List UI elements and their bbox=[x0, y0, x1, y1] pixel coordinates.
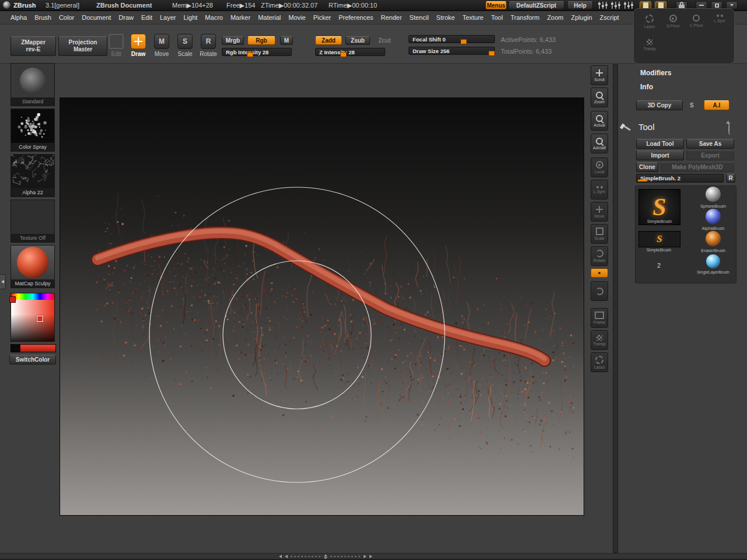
menu-render[interactable]: Render bbox=[381, 14, 402, 21]
menu-stencil[interactable]: Stencil bbox=[410, 14, 429, 21]
slider-icon[interactable] bbox=[612, 2, 620, 9]
current-brush-thumb[interactable]: Standard bbox=[11, 63, 55, 106]
m-button[interactable]: M bbox=[280, 36, 293, 45]
zoom-button[interactable]: Zoom bbox=[591, 88, 608, 107]
menu-marker[interactable]: Marker bbox=[231, 14, 250, 21]
sv-square[interactable] bbox=[11, 300, 54, 341]
focal-shift-slider[interactable]: Focal Shift 0 bbox=[409, 35, 495, 43]
right-tray-scrollbar[interactable] bbox=[613, 64, 618, 553]
free-rotate-button[interactable] bbox=[591, 281, 608, 301]
load-tool-button[interactable]: Load Tool bbox=[636, 139, 684, 149]
menu-alpha[interactable]: Alpha bbox=[11, 14, 27, 21]
menu-layer[interactable]: Layer bbox=[160, 14, 176, 21]
reset-icon[interactable] bbox=[728, 123, 731, 135]
lsym-button[interactable]: L.Sym bbox=[591, 180, 608, 200]
active-nav-mode-button[interactable] bbox=[591, 268, 608, 278]
local-button[interactable]: Local bbox=[591, 158, 608, 177]
rgb-button[interactable]: Rgb bbox=[247, 36, 275, 45]
clone-button[interactable]: Clone bbox=[636, 162, 658, 172]
rotate-mode-button[interactable]: R Rotate bbox=[198, 34, 218, 57]
scroll-controls[interactable] bbox=[279, 554, 372, 559]
draw-mode-button[interactable]: Draw bbox=[128, 34, 148, 57]
menu-tool[interactable]: Tool bbox=[491, 14, 502, 21]
menu-preferences[interactable]: Preferences bbox=[338, 14, 373, 21]
quick-lasso-button[interactable]: Lasso bbox=[638, 15, 661, 29]
make-polymesh-button[interactable]: Make PolyMesh3D bbox=[661, 162, 734, 172]
menu-picker[interactable]: Picker bbox=[313, 14, 331, 21]
slider-knob[interactable] bbox=[247, 52, 253, 57]
slider-knob[interactable] bbox=[340, 52, 347, 57]
current-material-thumb[interactable]: MatCap Sculpy bbox=[11, 245, 55, 288]
ai-button[interactable]: A.I bbox=[704, 100, 729, 110]
menu-material[interactable]: Material bbox=[258, 14, 281, 21]
import-button[interactable]: Import bbox=[636, 150, 684, 160]
tool-palette-title[interactable]: Tool bbox=[638, 122, 655, 132]
r-button[interactable]: R bbox=[726, 174, 735, 183]
menu-texture[interactable]: Texture bbox=[462, 14, 483, 21]
current-texture-thumb[interactable]: Texture Off bbox=[11, 200, 55, 243]
current-tool-name-bar[interactable]: SimpleBrush. 2 bbox=[636, 174, 724, 183]
current-alpha-thumb[interactable]: Alpha 22 bbox=[11, 154, 55, 197]
rgb-intensity-slider[interactable]: Rgb Intensity 28 bbox=[222, 48, 292, 56]
switch-color-button[interactable]: SwitchColor bbox=[9, 355, 56, 365]
info-section-header[interactable]: Info bbox=[640, 83, 653, 91]
lasso-button[interactable]: Lasso bbox=[591, 352, 608, 372]
current-stroke-thumb[interactable]: Color Spray bbox=[11, 108, 55, 152]
color-selector[interactable] bbox=[37, 316, 43, 322]
document-canvas[interactable] bbox=[60, 98, 584, 515]
zsub-button[interactable]: Zsub bbox=[345, 36, 370, 45]
tool-item-simplebrush2[interactable]: S bbox=[638, 231, 680, 247]
menu-macro[interactable]: Macro bbox=[205, 14, 223, 21]
quick-cpivot-button[interactable]: C.Pivot bbox=[685, 15, 707, 27]
menu-light[interactable]: Light bbox=[184, 14, 198, 21]
move3d-button[interactable]: Move bbox=[591, 202, 608, 222]
tool-item-2[interactable]: 2 bbox=[638, 257, 679, 274]
zcut-button[interactable]: Zcut bbox=[374, 36, 396, 45]
zmapper-button[interactable]: ZMapper rev-E bbox=[11, 36, 56, 56]
mrgb-button[interactable]: Mrgb bbox=[222, 36, 244, 45]
tool-item-eraserbrush[interactable]: EraserBrush bbox=[692, 231, 734, 253]
scroll-left-icon[interactable] bbox=[279, 555, 282, 558]
z-intensity-slider[interactable]: Z Intensity 28 bbox=[315, 48, 385, 56]
transp-button[interactable]: Transp bbox=[591, 330, 608, 350]
zadd-button[interactable]: Zadd bbox=[315, 36, 342, 45]
menu-zoom[interactable]: Zoom bbox=[547, 14, 563, 21]
menu-movie[interactable]: Movie bbox=[288, 14, 305, 21]
export-button[interactable]: Export bbox=[686, 150, 734, 160]
scroll-button[interactable]: Scroll bbox=[591, 65, 608, 85]
menu-stroke[interactable]: Stroke bbox=[437, 14, 455, 21]
scroll-track[interactable] bbox=[330, 556, 361, 557]
frame-button[interactable]: Frame bbox=[591, 308, 608, 328]
scroll-right-icon[interactable] bbox=[364, 555, 366, 558]
slider-icon[interactable] bbox=[624, 2, 633, 9]
draw-size-slider[interactable]: Draw Size 256 bbox=[409, 47, 495, 55]
save-as-button[interactable]: Save As bbox=[686, 139, 734, 149]
main-color-swatch[interactable] bbox=[20, 344, 56, 352]
menu-brush[interactable]: Brush bbox=[34, 14, 51, 21]
default-zscript-button[interactable]: DefaultZScript bbox=[508, 1, 564, 9]
menu-draw[interactable]: Draw bbox=[118, 14, 134, 21]
quick-spivot-button[interactable]: S.Pivot bbox=[662, 15, 684, 28]
slider-icon[interactable] bbox=[599, 2, 607, 9]
scroll-right-icon[interactable] bbox=[369, 555, 372, 558]
help-button[interactable]: Help bbox=[567, 1, 593, 9]
menu-document[interactable]: Document bbox=[82, 14, 111, 21]
slider-knob[interactable] bbox=[460, 39, 467, 44]
hue-strip[interactable] bbox=[11, 293, 54, 300]
menu-color[interactable]: Color bbox=[59, 14, 74, 21]
edit-mode-button[interactable]: Edit bbox=[106, 34, 126, 57]
menu-zscript[interactable]: Zscript bbox=[600, 14, 619, 21]
scale3d-button[interactable]: Scale bbox=[591, 224, 608, 244]
alt-color-swatch[interactable] bbox=[11, 344, 20, 352]
slider-knob[interactable] bbox=[488, 51, 495, 56]
projection-master-button[interactable]: Projection Master bbox=[58, 36, 107, 56]
aahalf-button[interactable]: AAHalf bbox=[591, 134, 608, 153]
menu-zplugin[interactable]: Zplugin bbox=[571, 14, 592, 21]
active-tool-tile[interactable]: S SimpleBrush bbox=[638, 189, 680, 225]
scroll-track[interactable] bbox=[291, 556, 321, 557]
color-picker[interactable] bbox=[11, 293, 55, 342]
scroll-left-icon[interactable] bbox=[285, 555, 288, 558]
secondary-color-swatch[interactable] bbox=[9, 296, 16, 303]
3d-copy-button[interactable]: 3D Copy bbox=[636, 100, 683, 110]
menu-transform[interactable]: Transform bbox=[511, 14, 540, 21]
